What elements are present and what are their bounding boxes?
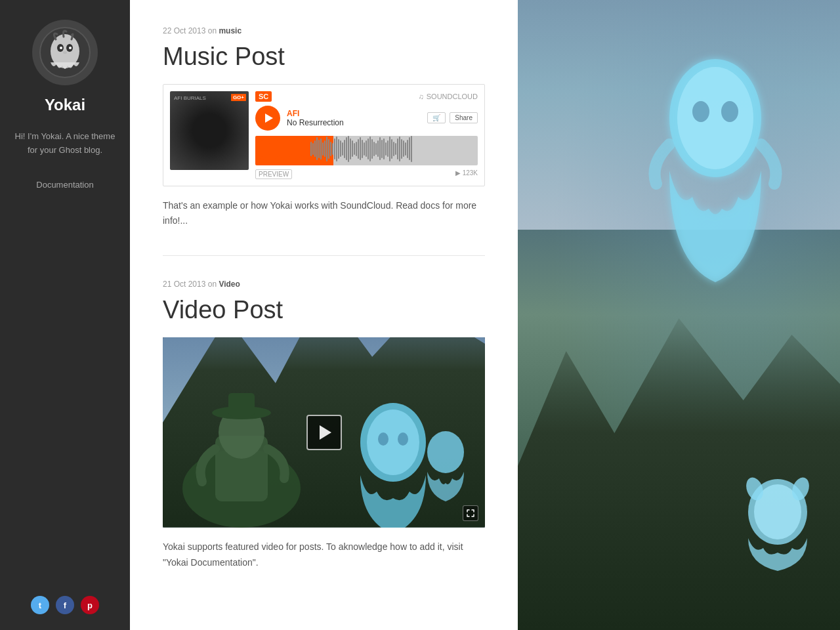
waveform-bar-16 (287, 138, 288, 159)
waveform-bar-13 (281, 140, 282, 158)
waveform-bar-70 (393, 142, 394, 156)
fullscreen-icon (467, 509, 474, 517)
waveform-bar-15 (285, 136, 286, 162)
preview-label: PREVIEW (255, 169, 292, 179)
on-label: on (208, 26, 219, 35)
waveform-bar-73 (399, 136, 400, 161)
on-label-2: on (208, 280, 219, 289)
waveform-bar-61 (375, 143, 377, 155)
waveform-bar-47 (348, 136, 349, 162)
svg-rect-11 (228, 393, 255, 416)
waveform-bar-26 (306, 136, 308, 161)
waveform-bar-4 (263, 137, 264, 160)
waveform-bar-21 (297, 137, 298, 160)
waveform-bar-22 (299, 140, 300, 158)
soundcloud-share-button[interactable]: Share (450, 112, 478, 123)
waveform-bar-46 (346, 137, 347, 160)
soundcloud-info: SC ♫ SOUNDCLOUD AFI No Resurrection (255, 91, 478, 179)
main-content: 22 Oct 2013 on music Music Post AFI BURI… (130, 0, 518, 630)
waveform-bar-58 (369, 136, 371, 161)
waveform-bar-79 (411, 136, 412, 162)
waveform-bar-44 (342, 142, 343, 156)
waveform-bar-12 (279, 142, 280, 156)
waveform-bar-74 (401, 139, 402, 159)
waveform-bar-24 (303, 140, 304, 157)
waveform-bar-42 (338, 139, 339, 159)
soundcloud-buy-button[interactable]: 🛒 (427, 112, 446, 123)
soundcloud-waveform[interactable] (255, 136, 478, 165)
right-panel (518, 0, 840, 630)
waveform-bar-5 (265, 140, 266, 158)
soundcloud-actions: 🛒 Share (427, 112, 478, 123)
waveform-bar-51 (356, 142, 357, 156)
waveform-bar-55 (364, 142, 365, 156)
soundcloud-play-button[interactable] (255, 106, 280, 131)
svg-point-18 (677, 67, 753, 169)
soundcloud-embed: AFI BURIALS GO+ SC ♫ SOUNDCLOUD (163, 84, 485, 186)
waveform-bar-29 (312, 143, 314, 155)
waveform-bar-17 (289, 140, 290, 157)
svg-point-4 (60, 47, 62, 49)
twitter-link[interactable]: t (31, 596, 49, 614)
sidebar: Yokai Hi! I'm Yokai. A nice theme for yo… (0, 0, 130, 630)
waveform-bar-0 (255, 144, 257, 154)
post-meta-music: 22 Oct 2013 on music (163, 26, 485, 35)
waveform-bar-72 (397, 138, 398, 159)
waveform-bar-6 (267, 142, 268, 156)
waveform-bar-39 (332, 143, 333, 155)
waveform-bar-20 (295, 139, 296, 159)
soundcloud-logo: SC (255, 91, 272, 102)
post-category-video[interactable]: Video (219, 280, 240, 289)
waveform-bar-76 (405, 142, 406, 156)
soundcloud-track-info: AFI No Resurrection (287, 109, 344, 127)
video-post-title: Video Post (163, 295, 485, 326)
waveform-bar-28 (310, 142, 312, 156)
sidebar-nav-documentation[interactable]: Documentation (13, 177, 117, 192)
music-post-body: That's an example or how Yokai works wit… (163, 198, 485, 230)
play-count: ▶ 123K (455, 169, 478, 179)
svg-point-5 (69, 47, 72, 49)
soundcloud-header: SC ♫ SOUNDCLOUD (255, 91, 478, 102)
waveform-bars (255, 136, 478, 162)
waveform-bar-8 (271, 138, 272, 159)
post-date-music: 22 Oct 2013 (163, 26, 205, 35)
waveform-bar-23 (301, 142, 302, 156)
waveform-bar-63 (379, 137, 381, 160)
waveform-bar-54 (362, 140, 363, 158)
waveform-bar-52 (358, 139, 359, 159)
waveform-bar-32 (318, 140, 320, 158)
facebook-link[interactable]: f (56, 596, 74, 614)
waveform-bar-53 (360, 137, 361, 160)
track-artist: AFI (287, 109, 344, 118)
waveform-bar-60 (373, 142, 375, 156)
video-embed (163, 337, 485, 528)
waveform-bar-34 (322, 142, 324, 156)
waveform-bar-37 (328, 139, 329, 159)
waveform-bar-27 (308, 139, 310, 159)
waveform-bar-1 (257, 142, 259, 156)
video-post: 21 Oct 2013 on Video Video Post (163, 280, 485, 570)
pinterest-link[interactable]: p (81, 596, 99, 614)
waveform-bar-3 (261, 140, 262, 157)
waveform-bar-68 (389, 136, 390, 161)
waveform-bar-19 (293, 142, 294, 156)
soundcloud-brand: ♫ SOUNDCLOUD (419, 93, 478, 100)
right-ghost-small (735, 472, 820, 578)
post-meta-video: 21 Oct 2013 on Video (163, 280, 485, 289)
waveform-bar-49 (352, 140, 353, 157)
video-thumbnail (163, 337, 485, 528)
post-divider (163, 255, 485, 256)
waveform-bar-65 (383, 138, 385, 159)
svg-point-14 (378, 432, 388, 446)
waveform-bar-50 (354, 143, 355, 155)
soundcloud-footer: PREVIEW ▶ 123K (255, 169, 478, 179)
svg-point-6 (63, 51, 67, 54)
video-play-button[interactable] (306, 415, 342, 450)
video-small-ghost (419, 429, 472, 508)
fullscreen-button[interactable] (463, 505, 478, 521)
go-plus-badge: GO+ (231, 94, 246, 101)
waveform-bar-67 (387, 140, 388, 157)
waveform-bar-36 (326, 136, 327, 161)
post-category-music[interactable]: music (219, 26, 242, 35)
waveform-bar-66 (385, 142, 387, 156)
